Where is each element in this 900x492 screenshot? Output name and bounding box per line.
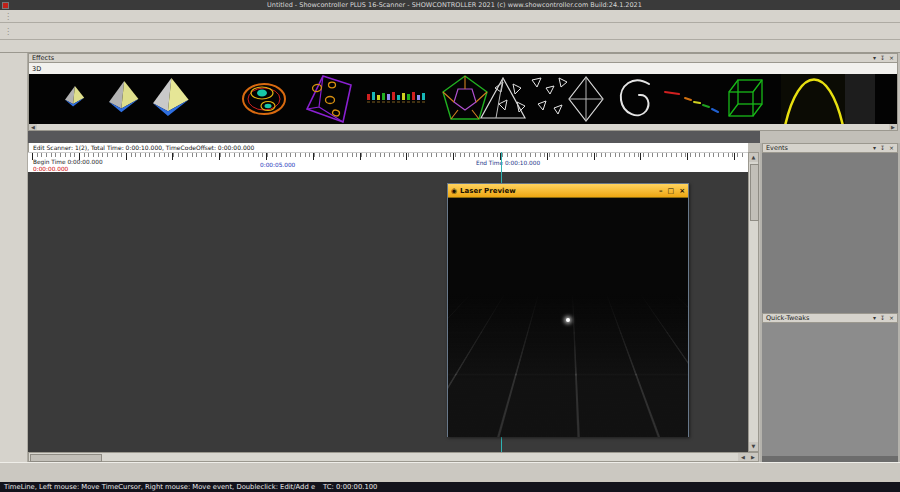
status-timecode: TC: 0:00:00.100 [323, 483, 377, 491]
quick-tweaks-panel: Quick-Tweaks ▾ ↧ × [762, 313, 898, 465]
scroll-right-icon[interactable]: ▶ [889, 124, 897, 130]
clip-type-tabs [28, 131, 760, 143]
effects-thumbnail-strip[interactable] [28, 74, 898, 124]
toolbar-grip-icon: ⋮ [4, 27, 12, 36]
scroll-left-icon[interactable]: ◀ [738, 453, 748, 461]
effect-thumb-pyramid-3d-large [153, 78, 189, 116]
effects-panel-header: Effects ▾ ↧ × [28, 53, 898, 63]
vertical-scroll-thumb[interactable] [750, 164, 759, 221]
close-icon[interactable]: × [679, 186, 685, 196]
end-time-label: End Time 0:00:10.000 [476, 160, 540, 166]
effect-thumb-triangle-scatter-2 [532, 78, 567, 114]
scroll-right-icon[interactable]: ▶ [748, 453, 758, 461]
effect-thumb-octahedron-wireframe [569, 77, 603, 121]
effects-tab-3d[interactable]: 3D [32, 65, 41, 73]
timeline-horizontal-scrollbar[interactable]: ◀ ▶ [28, 452, 759, 462]
maximize-icon[interactable]: □ [668, 186, 675, 196]
effect-thumb-organic-blob [243, 84, 285, 114]
scroll-left-icon[interactable]: ◀ [29, 124, 37, 130]
main-toolbar: ⋮ [0, 23, 900, 40]
quick-tweaks-header: Quick-Tweaks ▾ ↧ × [762, 313, 898, 323]
timeline-ruler[interactable]: Begin Time 0:00:00.000 0:00:00.000 0:00:… [28, 152, 748, 172]
effect-thumb-dodecahedron [443, 76, 487, 119]
mid-time-label: 0:00:05.000 [260, 162, 295, 168]
laser-preview-titlebar[interactable]: ◉ Laser Preview – □ × [448, 184, 688, 197]
horizontal-scroll-thumb[interactable] [30, 454, 102, 462]
effect-thumb-pyramid-3d-small [65, 86, 84, 106]
events-panel-title: Events [766, 144, 788, 152]
status-hint: TimeLine, Left mouse: Move TimeCursor, R… [4, 483, 315, 491]
minimize-icon[interactable]: – [659, 186, 663, 196]
scroll-down-icon[interactable]: ▼ [749, 442, 758, 451]
panel-collapse-icon[interactable]: ▾ [873, 144, 876, 152]
panel-pin-icon[interactable]: ↧ [880, 314, 885, 322]
title-bar: Untitled - Showcontroller PLUS 16-Scanne… [0, 0, 900, 10]
quick-tweaks-title: Quick-Tweaks [766, 314, 809, 322]
effects-scrollbar[interactable]: ◀ ▶ [28, 124, 898, 131]
channel-button-row [0, 40, 900, 53]
effect-thumb-pyramid-3d [109, 81, 138, 112]
event-palette-grid [762, 153, 898, 159]
left-sidebar [0, 53, 28, 462]
laser-preview-viewport[interactable] [448, 197, 688, 437]
timeline-vertical-scrollbar[interactable]: ▲ ▼ [748, 152, 759, 452]
transport-toolbar [0, 462, 900, 482]
effects-panel: Effects ▾ ↧ × 3D [28, 53, 898, 131]
panel-close-icon[interactable]: × [889, 314, 894, 322]
menu-bar: ⋮ [0, 10, 900, 23]
panel-close-icon[interactable]: × [889, 144, 894, 152]
app-icon [2, 2, 9, 9]
events-panel: Events ▾ ↧ × [762, 143, 898, 313]
panel-collapse-icon[interactable]: ▾ [873, 314, 876, 322]
scroll-up-icon[interactable]: ▲ [749, 153, 758, 162]
ruler-major-ticks [32, 153, 744, 160]
begin-time-label: Begin Time 0:00:00.000 [33, 159, 103, 165]
laser-preview-title: Laser Preview [460, 187, 654, 195]
laser-preview-window[interactable]: ◉ Laser Preview – □ × [447, 183, 689, 437]
effects-panel-title: Effects [32, 54, 54, 62]
effect-thumb-dice-3d [307, 76, 351, 122]
toolbar-grip-icon: ⋮ [4, 12, 12, 21]
showcontroller-window: Untitled - Showcontroller PLUS 16-Scanne… [0, 0, 900, 492]
effects-category-row: 3D [28, 63, 898, 74]
status-bar: TimeLine, Left mouse: Move TimeCursor, R… [0, 482, 900, 492]
laser-beam-dot [566, 318, 570, 322]
effect-thumb-cube-green [729, 80, 762, 116]
panel-pin-icon[interactable]: ↧ [880, 144, 885, 152]
effect-thumb-spiral [621, 80, 649, 115]
events-panel-header: Events ▾ ↧ × [762, 143, 898, 153]
timeline-info-bar: Edit Scanner: 1(2), Total Time: 0:00:10.… [28, 143, 748, 152]
effect-thumb-color-dashes [665, 92, 718, 112]
laser-preview-icon: ◉ [451, 186, 457, 196]
window-title: Untitled - Showcontroller PLUS 16-Scanne… [9, 0, 900, 10]
panel-collapse-icon[interactable]: ▾ [873, 54, 876, 62]
panel-close-icon[interactable]: × [889, 54, 894, 62]
effect-thumb-color-glyphs [367, 92, 425, 102]
panel-pin-icon[interactable]: ↧ [880, 54, 885, 62]
